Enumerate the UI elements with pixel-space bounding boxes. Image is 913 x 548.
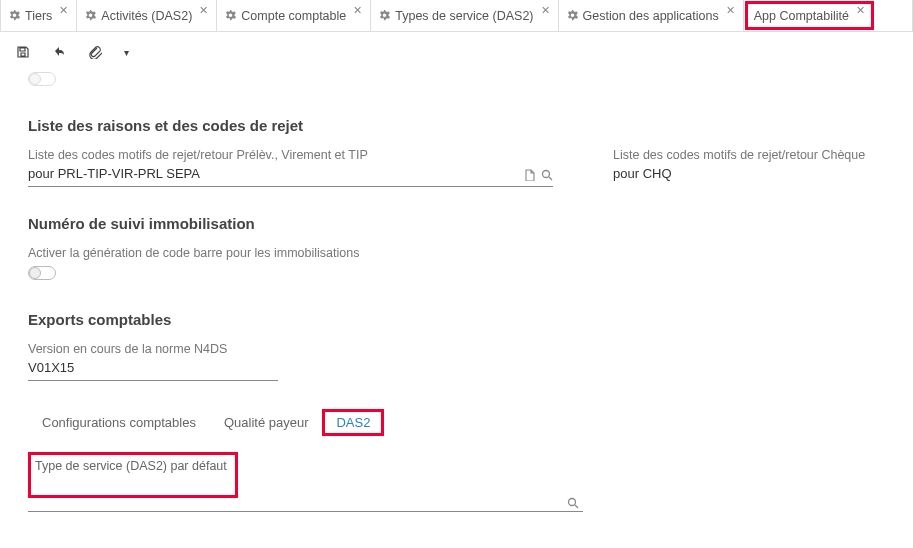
tab-label: Tiers bbox=[25, 9, 52, 23]
das2-default-label: Type de service (DAS2) par défaut bbox=[35, 459, 227, 473]
field-value: V01X15 bbox=[28, 360, 278, 378]
sub-tabs: Configurations comptables Qualité payeur… bbox=[28, 409, 893, 436]
subtab-config[interactable]: Configurations comptables bbox=[28, 409, 210, 436]
tab-tiers[interactable]: Tiers ✕ bbox=[1, 0, 77, 31]
file-icon[interactable] bbox=[523, 169, 535, 181]
tab-gestion-apps[interactable]: Gestion des applications ✕ bbox=[559, 0, 744, 31]
field-label-prltip: Liste des codes motifs de rejet/retour P… bbox=[28, 148, 553, 162]
field-label-chq: Liste des codes motifs de rejet/retour C… bbox=[613, 148, 893, 162]
tab-types-service[interactable]: Types de service (DAS2) ✕ bbox=[371, 0, 558, 31]
close-icon[interactable]: ✕ bbox=[541, 4, 550, 17]
das2-panel: Type de service (DAS2) par défaut bbox=[28, 452, 893, 512]
search-icon[interactable] bbox=[541, 169, 553, 181]
gear-icon bbox=[85, 10, 96, 21]
section-immo-title: Numéro de suivi immobilisation bbox=[28, 215, 893, 232]
gear-icon bbox=[379, 10, 390, 21]
tab-compte[interactable]: Compte comptable ✕ bbox=[217, 0, 371, 31]
tab-label: Compte comptable bbox=[241, 9, 346, 23]
field-value: pour CHQ bbox=[613, 166, 893, 184]
close-icon[interactable]: ✕ bbox=[199, 4, 208, 17]
close-icon[interactable]: ✕ bbox=[353, 4, 362, 17]
field-prltip[interactable]: pour PRL-TIP-VIR-PRL SEPA bbox=[28, 164, 553, 187]
tabs-bar: Tiers ✕ Activités (DAS2) ✕ Compte compta… bbox=[0, 0, 913, 32]
tab-activites[interactable]: Activités (DAS2) ✕ bbox=[77, 0, 217, 31]
tab-label: App Comptabilité bbox=[754, 9, 849, 23]
search-icon[interactable] bbox=[567, 497, 579, 509]
gear-icon bbox=[225, 10, 236, 21]
subtab-das2[interactable]: DAS2 bbox=[322, 409, 384, 436]
content: Liste des raisons et des codes de rejet … bbox=[0, 72, 913, 542]
close-icon[interactable]: ✕ bbox=[59, 4, 68, 17]
toggle-prev[interactable] bbox=[28, 72, 56, 86]
toggle-barcode[interactable] bbox=[28, 266, 56, 280]
tab-label: Activités (DAS2) bbox=[101, 9, 192, 23]
field-label-n4ds: Version en cours de la norme N4DS bbox=[28, 342, 278, 356]
section-rejets-title: Liste des raisons et des codes de rejet bbox=[28, 117, 893, 134]
subtab-qualite[interactable]: Qualité payeur bbox=[210, 409, 323, 436]
field-value: pour PRL-TIP-VIR-PRL SEPA bbox=[28, 166, 517, 184]
field-chq[interactable]: pour CHQ bbox=[613, 164, 893, 186]
tab-label: Types de service (DAS2) bbox=[395, 9, 533, 23]
field-n4ds[interactable]: V01X15 bbox=[28, 358, 278, 381]
toolbar: ▾ bbox=[0, 32, 913, 72]
das2-default-input[interactable] bbox=[28, 494, 583, 512]
toggle-label-immo: Activer la génération de code barre pour… bbox=[28, 246, 893, 260]
das2-default-label-box: Type de service (DAS2) par défaut bbox=[28, 452, 238, 498]
gear-icon bbox=[9, 10, 20, 21]
gear-icon bbox=[567, 10, 578, 21]
tab-label: Gestion des applications bbox=[583, 9, 719, 23]
close-icon[interactable]: ✕ bbox=[856, 4, 865, 17]
undo-button[interactable] bbox=[52, 45, 66, 59]
attach-button[interactable] bbox=[88, 45, 102, 59]
close-icon[interactable]: ✕ bbox=[726, 4, 735, 17]
tab-app-comptabilite[interactable]: App Comptabilité ✕ bbox=[745, 1, 874, 30]
more-dropdown[interactable]: ▾ bbox=[124, 47, 129, 58]
section-exports-title: Exports comptables bbox=[28, 311, 893, 328]
save-button[interactable] bbox=[16, 45, 30, 59]
